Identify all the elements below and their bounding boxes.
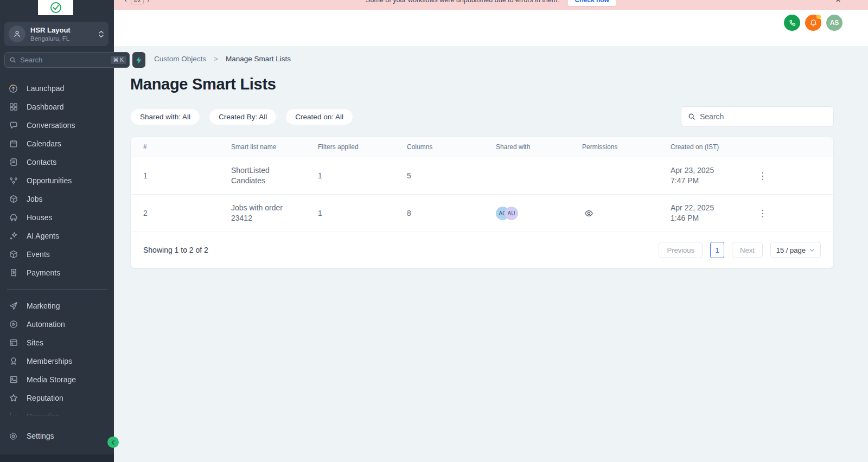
banner-prev-icon[interactable]: ‹ (125, 0, 127, 3)
sidebar-item-sites[interactable]: Sites (0, 333, 114, 352)
star-icon (9, 394, 18, 403)
cell-filters: 1 (318, 209, 407, 217)
cell-columns: 5 (407, 171, 496, 180)
sidebar-item-reporting[interactable]: Reporting (0, 407, 114, 416)
browser-icon (9, 338, 18, 348)
banner-pager-count: 1/2 (131, 0, 144, 4)
pagination-controls: Previous 1 Next 15 / page (659, 242, 821, 258)
phone-button[interactable] (784, 15, 800, 31)
sidebar-item-automation[interactable]: Automation (0, 315, 114, 333)
sidebar-item-opportunities[interactable]: Opportunities (0, 171, 114, 190)
table-search[interactable] (681, 106, 834, 127)
notifications-button[interactable] (805, 15, 821, 31)
banner-message-group: Some of your workflows were unpublished … (366, 0, 616, 6)
table-search-input[interactable] (700, 112, 827, 121)
sidebar-item-label: Calendars (27, 139, 61, 148)
sidebar-item-calendars[interactable]: Calendars (0, 134, 114, 153)
paper-plane-icon (9, 301, 18, 311)
sidebar-item-label: Reporting (27, 412, 60, 416)
cell-columns: 8 (407, 209, 496, 217)
table-row: 1 ShortListed Candiates 1 5 Apr 23, 2025… (131, 157, 833, 195)
sidebar-search[interactable]: ⌘ K (4, 52, 130, 68)
gear-icon (9, 432, 18, 441)
contacts-book-icon (9, 158, 18, 167)
sidebar-item-marketing[interactable]: Marketing (0, 297, 114, 315)
sidebar-divider (7, 289, 107, 290)
created-date: Apr 22, 2025 (671, 203, 752, 213)
created-date: Apr 23, 2025 (671, 165, 752, 176)
location-switcher[interactable]: HSR Layout Bengaluru, FL (4, 22, 108, 46)
filter-shared-with[interactable]: Shared with: All (130, 108, 200, 125)
row-actions-kebab-icon[interactable]: ⋮ (752, 208, 774, 219)
breadcrumb-separator: > (214, 55, 218, 63)
quick-actions-button[interactable] (132, 52, 145, 68)
breadcrumb-current: Manage Smart Lists (226, 55, 291, 63)
breadcrumb-parent[interactable]: Custom Objects (154, 55, 206, 63)
sidebar-item-label: Media Storage (27, 375, 76, 384)
check-now-button[interactable]: Check now (568, 0, 616, 6)
sidebar-item-label: Marketing (27, 301, 60, 310)
sidebar-item-media-storage[interactable]: Media Storage (0, 370, 114, 389)
col-header-shared: Shared with (496, 143, 582, 151)
cell-num: 1 (143, 171, 231, 180)
sidebar-item-label: Payments (27, 268, 60, 277)
calendar-icon (9, 139, 18, 149)
search-icon (9, 56, 16, 63)
sidebar-item-settings[interactable]: Settings (0, 427, 114, 445)
medal-icon (9, 357, 18, 366)
sidebar-item-payments[interactable]: Payments (0, 264, 114, 282)
sidebar-item-ai-agents[interactable]: AI Agents (0, 227, 114, 245)
col-header-created: Created on (IST) (671, 143, 752, 151)
sidebar-item-dashboard[interactable]: Dashboard (0, 98, 114, 116)
sidebar-item-label: Conversations (27, 121, 75, 130)
sidebar-item-label: Houses (27, 213, 52, 222)
col-header-permissions: Permissions (582, 143, 671, 151)
chevron-left-icon (111, 440, 116, 445)
chevron-up-down-icon (98, 30, 104, 39)
created-time: 7:47 PM (671, 176, 752, 186)
sidebar-item-label: Opportunities (27, 176, 72, 185)
banner-next-icon[interactable]: › (148, 0, 150, 3)
sidebar-item-houses[interactable]: Houses (0, 208, 114, 227)
launchpad-icon (9, 84, 18, 93)
warning-banner: ‹ 1/2 › Some of your workflows were unpu… (114, 0, 868, 10)
user-avatar[interactable]: AS (826, 15, 843, 31)
filter-created-by[interactable]: Created By: All (209, 108, 277, 125)
sidebar-item-reputation[interactable]: Reputation (0, 389, 114, 407)
page-title: Manage Smart Lists (130, 75, 834, 93)
page-size-select[interactable]: 15 / page (770, 242, 821, 258)
location-subtitle: Bengaluru, FL (30, 35, 98, 42)
app-window: HSR Layout Bengaluru, FL ⌘ K (0, 0, 868, 462)
sidebar-item-jobs[interactable]: Jobs (0, 190, 114, 208)
sidebar-menu: Launchpad Dashboard Conversations (0, 79, 114, 416)
sidebar-item-memberships[interactable]: Memberships (0, 352, 114, 370)
sidebar-collapse-button[interactable] (107, 437, 119, 448)
next-page-button[interactable]: Next (732, 242, 763, 258)
sidebar-item-events[interactable]: Events (0, 245, 114, 264)
sidebar-item-label: AI Agents (27, 232, 59, 240)
location-person-icon (9, 25, 25, 42)
sidebar-bottom-bar (0, 454, 114, 462)
shared-avatars: AC AU (496, 207, 582, 220)
banner-close-icon[interactable]: ✕ (835, 0, 841, 4)
phone-icon (788, 19, 796, 27)
eye-icon[interactable] (584, 209, 671, 218)
vehicle-icon (9, 213, 18, 222)
sidebar-item-contacts[interactable]: Contacts (0, 153, 114, 171)
row-actions-kebab-icon[interactable]: ⋮ (752, 170, 774, 182)
breadcrumb: ← Custom Objects > Manage Smart Lists (130, 54, 834, 63)
sidebar-item-label: Dashboard (27, 102, 64, 111)
sidebar-search-input[interactable] (20, 56, 111, 64)
filter-created-on[interactable]: Created on: All (285, 108, 353, 125)
previous-page-button[interactable]: Previous (659, 242, 703, 258)
sidebar-item-label: Events (27, 250, 50, 259)
sidebar-item-launchpad[interactable]: Launchpad (0, 79, 114, 98)
sidebar-item-conversations[interactable]: Conversations (0, 116, 114, 134)
page-content: ← Custom Objects > Manage Smart Lists Ma… (114, 46, 868, 462)
bell-icon (809, 19, 818, 27)
current-page-button[interactable]: 1 (710, 242, 724, 258)
page-size-value: 15 / page (776, 246, 806, 254)
check-circle-logo-icon (49, 1, 62, 14)
toolbar: Shared with: All Created By: All Created… (130, 106, 834, 127)
search-icon (688, 113, 695, 120)
